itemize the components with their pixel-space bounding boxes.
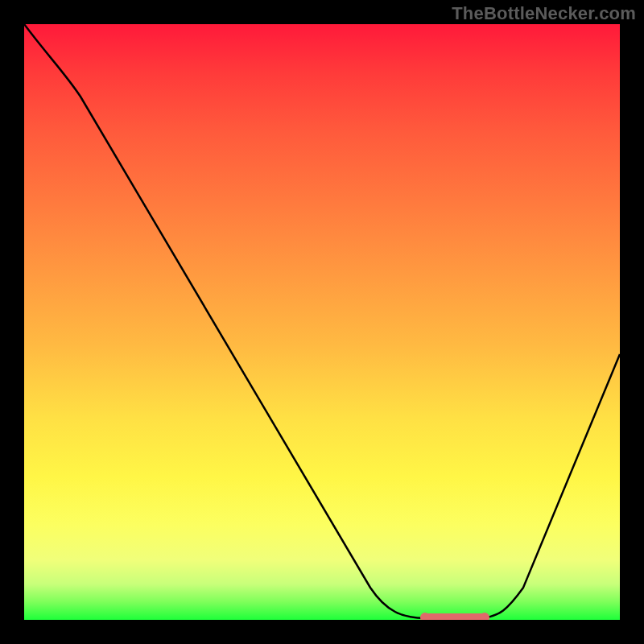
bottleneck-curve — [24, 24, 620, 618]
plot-area — [24, 24, 620, 620]
chart-frame: TheBottleNecker.com — [0, 0, 644, 644]
curve-layer — [24, 24, 620, 620]
watermark-text: TheBottleNecker.com — [452, 3, 636, 24]
